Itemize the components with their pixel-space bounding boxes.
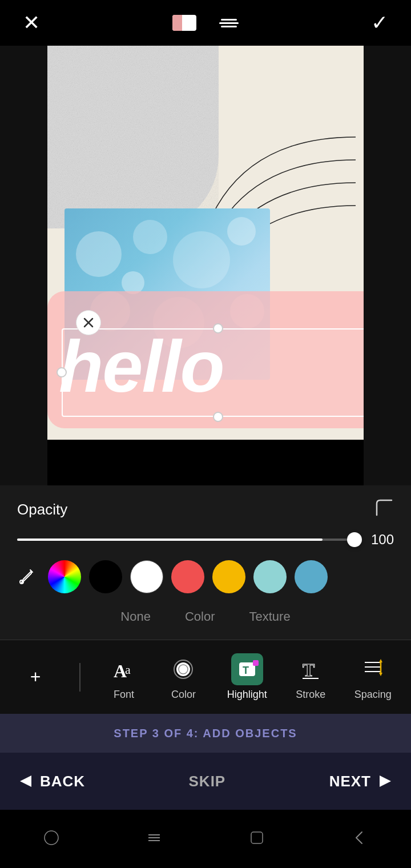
svg-text:a: a: [125, 662, 131, 677]
background-type-tabs: None Color Texture: [0, 601, 411, 630]
svg-point-1: [76, 231, 122, 277]
back-button[interactable]: BACK: [17, 773, 85, 790]
spacing-icon[interactable]: [357, 653, 389, 685]
svg-text:T: T: [303, 660, 315, 680]
svg-point-33: [45, 831, 58, 845]
top-bar: ✕ ✓: [0, 0, 411, 46]
bg-tab-none[interactable]: None: [120, 609, 151, 624]
eraser-icon[interactable]: [172, 15, 196, 31]
font-label: Font: [114, 689, 134, 701]
font-tool[interactable]: A a Font: [108, 653, 140, 701]
svg-text:T: T: [243, 665, 249, 676]
color-label: Color: [171, 689, 196, 701]
swatch-yellow[interactable]: [212, 560, 245, 593]
handle-mid-left[interactable]: [57, 367, 67, 377]
bg-tab-texture[interactable]: Texture: [249, 609, 291, 624]
opacity-row: Opacity: [0, 485, 411, 527]
opacity-value: 100: [365, 532, 394, 548]
spacing-tool[interactable]: Spacing: [354, 653, 392, 701]
add-button[interactable]: +: [19, 661, 51, 693]
opacity-slider-track[interactable]: [17, 539, 356, 541]
close-button[interactable]: ✕: [23, 11, 40, 35]
star-decoration: ✦: [95, 437, 115, 440]
svg-rect-37: [251, 832, 263, 843]
svg-point-2: [133, 220, 167, 254]
right-strip: [364, 46, 411, 485]
highlight-label: Highlight: [227, 689, 267, 701]
navigation-row: BACK SKIP NEXT: [0, 753, 411, 810]
stroke-tool[interactable]: T Stroke: [295, 653, 327, 701]
home-icon[interactable]: [42, 829, 61, 851]
color-wheel[interactable]: [48, 560, 81, 593]
text-selection-box[interactable]: [62, 328, 364, 417]
back-arrow-icon[interactable]: [350, 829, 369, 851]
canvas-background: hello: [47, 46, 364, 440]
left-strip: [0, 46, 47, 485]
highlight-tool[interactable]: T Highlight: [227, 653, 267, 701]
next-button[interactable]: NEXT: [329, 773, 394, 790]
highlight-icon[interactable]: T: [231, 653, 263, 685]
swatch-white[interactable]: [130, 560, 163, 593]
font-icon[interactable]: A a: [108, 653, 140, 685]
opacity-label: Opacity: [17, 501, 67, 519]
svg-marker-29: [379, 659, 382, 662]
eyedropper-button[interactable]: [11, 562, 40, 591]
menu-icon[interactable]: [145, 829, 163, 851]
step-text: STEP 3 OF 4: ADD OBJECTS: [114, 727, 297, 740]
color-tool[interactable]: Color: [167, 653, 199, 701]
add-icon[interactable]: +: [19, 661, 51, 693]
bg-tab-color[interactable]: Color: [185, 609, 215, 624]
text-toolbar: + A a Font Color T: [0, 640, 411, 714]
confirm-button[interactable]: ✓: [371, 11, 388, 35]
color-swatch-row: [0, 552, 411, 601]
skip-button[interactable]: SKIP: [189, 773, 226, 790]
toolbar-divider-1: [79, 663, 80, 692]
slider-thumb[interactable]: [347, 532, 362, 547]
swatch-red[interactable]: [171, 560, 204, 593]
svg-point-4: [227, 217, 256, 246]
svg-point-3: [173, 231, 230, 288]
svg-marker-30: [379, 673, 382, 676]
layers-icon[interactable]: [219, 19, 239, 27]
handle-top-center[interactable]: [213, 323, 223, 333]
swatch-black[interactable]: [89, 560, 122, 593]
spacing-label: Spacing: [354, 689, 392, 701]
swatch-blue[interactable]: [295, 560, 328, 593]
color-icon[interactable]: [167, 653, 199, 685]
stroke-label: Stroke: [296, 689, 325, 701]
swatch-mint[interactable]: [253, 560, 287, 593]
canvas-area: hello: [0, 46, 411, 485]
svg-rect-22: [253, 660, 259, 666]
square-icon[interactable]: [248, 829, 266, 851]
system-nav-bar: [0, 811, 411, 868]
step-banner: STEP 3 OF 4: ADD OBJECTS: [0, 714, 411, 753]
stroke-icon[interactable]: T: [295, 653, 327, 685]
svg-marker-31: [20, 775, 31, 787]
opacity-slider-row: 100: [0, 527, 411, 552]
svg-point-8: [122, 271, 144, 294]
handle-bottom-center[interactable]: [213, 412, 223, 422]
text-close-button[interactable]: [76, 310, 101, 335]
corner-radius-icon[interactable]: [374, 498, 394, 521]
svg-marker-32: [380, 775, 391, 787]
slider-fill: [17, 539, 323, 541]
